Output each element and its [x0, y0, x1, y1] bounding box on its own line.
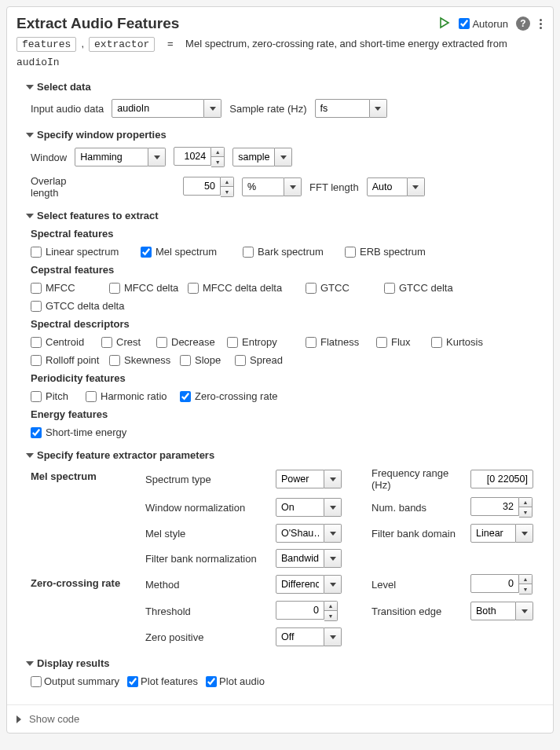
feature-checkbox[interactable]: MFCC delta — [109, 282, 188, 294]
feature-checkbox[interactable]: Entropy — [227, 336, 306, 348]
chevron-down-icon[interactable] — [408, 177, 425, 196]
task-title: Extract Audio Features — [16, 15, 438, 32]
output-summary-check[interactable]: Output summary — [31, 675, 119, 687]
signature-row: features , extractor = Mel spectrum, zer… — [7, 35, 553, 78]
mel-style-dropdown[interactable] — [276, 524, 342, 543]
spectrum-type-dropdown[interactable] — [276, 470, 342, 488]
feature-checkbox[interactable]: Spread — [235, 354, 306, 366]
level-spinner[interactable]: ▲▼ — [470, 574, 533, 595]
feature-checkbox[interactable]: Short-time energy — [31, 426, 172, 438]
output-extractor: extractor — [89, 37, 155, 52]
zero-positive-dropdown[interactable] — [276, 627, 342, 646]
sample-rate-dropdown[interactable] — [315, 99, 387, 118]
fb-norm-dropdown[interactable] — [276, 549, 342, 568]
help-icon[interactable]: ? — [516, 16, 530, 31]
window-type-dropdown[interactable] — [75, 148, 166, 166]
feature-checkbox[interactable]: Bark spectrum — [243, 246, 345, 258]
feature-checkbox[interactable]: MFCC — [31, 282, 109, 294]
threshold-spinner[interactable]: ▲▼ — [276, 601, 338, 621]
win-norm-dropdown[interactable] — [276, 498, 342, 517]
feature-checkbox[interactable]: Harmonic ratio — [86, 390, 180, 402]
transition-edge-dropdown[interactable] — [470, 602, 533, 620]
feature-checkbox[interactable]: Slope — [180, 354, 235, 366]
window-size-spinner[interactable]: ▲▼ — [174, 147, 225, 167]
feature-checkbox[interactable]: Rolloff point — [31, 354, 109, 366]
section-window-props[interactable]: Specify window properties — [26, 129, 544, 141]
freq-range-input[interactable] — [470, 470, 533, 488]
section-select-features[interactable]: Select features to extract — [26, 210, 544, 221]
overlap-unit-dropdown[interactable] — [242, 177, 302, 196]
overlap-spinner[interactable]: ▲▼ — [183, 177, 234, 197]
section-extractor-params[interactable]: Specify feature extractor parameters — [26, 449, 544, 461]
plot-features-check[interactable]: Plot features — [127, 675, 198, 687]
task-panel: Extract Audio Features Autorun ? feature… — [6, 6, 554, 734]
feature-checkbox[interactable]: GTCC delta — [384, 282, 463, 294]
chevron-down-icon[interactable] — [148, 148, 166, 166]
chevron-down-icon[interactable] — [275, 148, 292, 166]
fft-length-dropdown[interactable] — [367, 177, 425, 196]
feature-checkbox[interactable]: Linear spectrum — [31, 246, 141, 258]
header: Extract Audio Features Autorun ? — [7, 7, 553, 35]
section-select-data[interactable]: Select data — [26, 81, 544, 93]
feature-checkbox[interactable]: Decrease — [156, 336, 227, 348]
section-display-results[interactable]: Display results — [26, 657, 544, 669]
feature-checkbox[interactable]: Flatness — [306, 336, 376, 348]
feature-checkbox[interactable]: Mel spectrum — [141, 246, 243, 258]
fb-domain-dropdown[interactable] — [470, 524, 533, 543]
feature-checkbox[interactable]: ERB spectrum — [345, 246, 447, 258]
more-menu-icon[interactable] — [538, 17, 544, 31]
chevron-down-icon[interactable] — [370, 99, 387, 118]
autorun-checkbox[interactable] — [459, 18, 470, 29]
chevron-right-icon — [16, 715, 21, 723]
feature-checkbox[interactable]: GTCC delta delta — [31, 300, 148, 312]
chevron-down-icon[interactable] — [204, 99, 221, 118]
input-audio-dropdown[interactable] — [112, 99, 221, 118]
feature-checkbox[interactable]: GTCC — [306, 282, 384, 294]
feature-checkbox[interactable]: Pitch — [31, 390, 86, 402]
feature-checkbox[interactable]: Crest — [101, 336, 156, 348]
plot-audio-check[interactable]: Plot audio — [206, 675, 265, 687]
autorun-toggle[interactable]: Autorun — [459, 18, 508, 30]
zcr-method-dropdown[interactable] — [276, 575, 342, 594]
feature-checkbox[interactable]: Flux — [376, 336, 431, 348]
feature-checkbox[interactable]: Kurtosis — [431, 336, 502, 348]
output-features: features — [16, 37, 76, 52]
show-code-toggle[interactable]: Show code — [7, 704, 553, 733]
num-bands-spinner[interactable]: ▲▼ — [470, 497, 533, 518]
feature-checkbox[interactable]: Zero-crossing rate — [180, 390, 306, 402]
feature-checkbox[interactable]: Centroid — [31, 336, 101, 348]
feature-checkbox[interactable]: Skewness — [109, 354, 180, 366]
chevron-down-icon[interactable] — [284, 177, 302, 196]
run-icon[interactable] — [438, 16, 451, 31]
window-unit-dropdown[interactable] — [232, 148, 292, 166]
feature-checkbox[interactable]: MFCC delta delta — [188, 282, 306, 294]
